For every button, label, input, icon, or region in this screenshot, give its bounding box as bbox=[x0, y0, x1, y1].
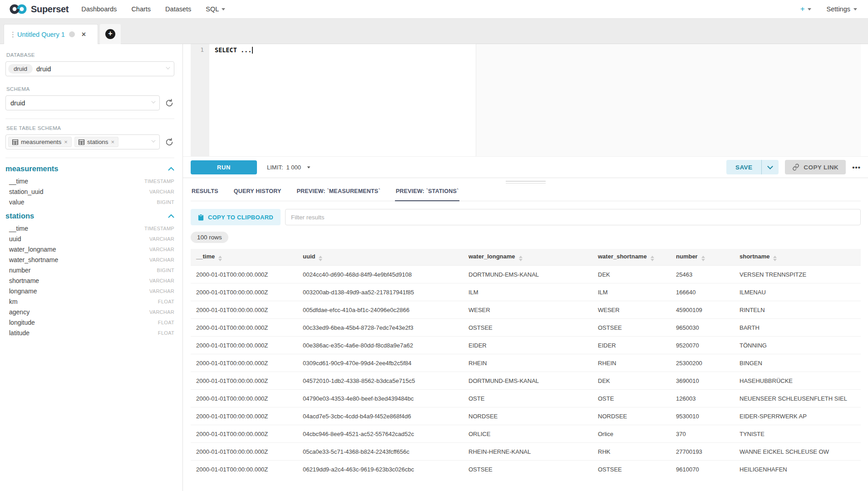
table-row: 2000-01-01T00:00:00.000Z005dfdae-efcc-41… bbox=[191, 301, 861, 319]
column-header[interactable]: water_longname bbox=[463, 249, 592, 266]
column-header-label: number bbox=[676, 253, 698, 260]
table-cell: 00c33ed9-6bea-45b4-8728-7edc7e43e2f3 bbox=[297, 319, 463, 337]
nav-item-sql[interactable]: SQL bbox=[206, 5, 225, 13]
table-cell: 04acd7e5-3cbc-4cdd-b4a9-f452e868f4d6 bbox=[297, 407, 463, 425]
schema-label: SCHEMA bbox=[6, 86, 174, 92]
column-header-label: water_longname bbox=[469, 253, 515, 260]
column-type: VARCHAR bbox=[149, 278, 174, 283]
sql-code-editor[interactable]: 1 SELECT ... bbox=[191, 44, 868, 156]
more-actions-button[interactable]: ••• bbox=[852, 164, 861, 171]
table-chips: measurements × stations × bbox=[8, 137, 121, 147]
table-cell: ILM bbox=[463, 283, 592, 301]
add-tab-button[interactable]: + bbox=[105, 29, 115, 39]
schema-tables: measurements __time TIMESTAMP station_uu… bbox=[5, 164, 174, 338]
nav-menu: Dashboards Charts Datasets SQL bbox=[81, 5, 225, 13]
database-select[interactable]: druid druid bbox=[5, 61, 174, 76]
table-cell: BINGEN bbox=[734, 354, 861, 372]
pane-resize-handle[interactable] bbox=[506, 179, 546, 185]
table-cell: 0024cc40-d690-468d-84f9-4e9bf45d9108 bbox=[297, 266, 463, 283]
save-options-button[interactable] bbox=[761, 160, 779, 174]
table-cell: ILMENAU bbox=[734, 283, 861, 301]
column-type: FLOAT bbox=[158, 320, 174, 325]
print-margin bbox=[476, 44, 861, 156]
query-tab[interactable]: ⋮ Untitled Query 1 × bbox=[4, 24, 98, 44]
column-name: agency bbox=[9, 308, 30, 316]
column-type: VARCHAR bbox=[149, 257, 174, 263]
caret-down-icon bbox=[853, 8, 857, 10]
limit-label: LIMIT: bbox=[267, 164, 283, 171]
copy-to-clipboard-label: COPY TO CLIPBOARD bbox=[208, 214, 273, 221]
schema-column-row: number BIGINT bbox=[5, 265, 174, 275]
new-item-dropdown[interactable]: + bbox=[800, 5, 811, 14]
remove-chip-icon[interactable]: × bbox=[111, 139, 114, 145]
close-tab-icon[interactable]: × bbox=[82, 30, 86, 39]
table-cell: EIDER bbox=[592, 337, 671, 354]
nav-item-charts[interactable]: Charts bbox=[131, 5, 151, 13]
results-tab[interactable]: PREVIEW: `MEASUREMENTS` bbox=[296, 185, 381, 201]
schema-column-row: station_uuid VARCHAR bbox=[5, 186, 174, 197]
new-tab-area: + bbox=[100, 24, 121, 44]
column-header[interactable]: number bbox=[671, 249, 734, 266]
copy-to-clipboard-button[interactable]: COPY TO CLIPBOARD bbox=[191, 209, 281, 225]
table-cell: EIDER-SPERRWERK AP bbox=[734, 407, 861, 425]
table-row: 2000-01-01T00:00:00.000Z04790e03-4353-4e… bbox=[191, 390, 861, 407]
table-schema-select[interactable]: measurements × stations × bbox=[5, 134, 160, 149]
run-button[interactable]: RUN bbox=[191, 160, 257, 174]
drag-dots-icon[interactable]: ⋮ bbox=[10, 31, 13, 38]
nav-sql-label: SQL bbox=[206, 5, 219, 13]
chevron-up-icon[interactable] bbox=[168, 214, 174, 218]
column-name: longname bbox=[9, 288, 37, 295]
caret-down-icon bbox=[808, 8, 811, 10]
results-tab[interactable]: RESULTS bbox=[191, 185, 219, 201]
column-type: TIMESTAMP bbox=[144, 226, 174, 231]
column-header[interactable]: uuid bbox=[297, 249, 463, 266]
refresh-tables-icon[interactable] bbox=[164, 137, 174, 147]
copy-link-button[interactable]: COPY LINK bbox=[785, 160, 846, 174]
table-cell: VERSEN TRENNSPITZE bbox=[734, 266, 861, 283]
superset-logo[interactable]: Superset bbox=[9, 4, 69, 15]
table-row: 2000-01-01T00:00:00.000Z003200ab-d138-49… bbox=[191, 283, 861, 301]
schema-column-row: longitude FLOAT bbox=[5, 317, 174, 327]
schema-select[interactable]: druid bbox=[5, 95, 160, 110]
table-grid-icon bbox=[12, 139, 18, 145]
column-header[interactable]: __time bbox=[191, 249, 297, 266]
chevron-down-icon bbox=[151, 138, 155, 142]
table-cell: 3690010 bbox=[671, 372, 734, 390]
table-cell: NEUENSEER SCHLEUSENFLETH SIEL bbox=[734, 390, 861, 407]
results-pane: RESULTS QUERY HISTORY PREVIEW: `MEASUREM… bbox=[183, 178, 868, 491]
results-body: 2000-01-01T00:00:00.000Z0024cc40-d690-46… bbox=[191, 266, 861, 478]
results-tab[interactable]: PREVIEW: `STATIONS` bbox=[395, 185, 460, 201]
editor-gutter: 1 bbox=[191, 44, 209, 156]
table-chip[interactable]: stations × bbox=[74, 137, 118, 147]
column-header[interactable]: water_shortname bbox=[592, 249, 671, 266]
filter-results-input[interactable] bbox=[285, 209, 861, 225]
schema-column-row: km FLOAT bbox=[5, 296, 174, 307]
table-chip[interactable]: measurements × bbox=[8, 137, 72, 147]
schema-column-list: __time TIMESTAMP uuid VARCHAR water_long… bbox=[5, 223, 174, 338]
table-row: 2000-01-01T00:00:00.000Z00e386ac-e35c-4a… bbox=[191, 337, 861, 354]
table-cell: RINTELN bbox=[734, 301, 861, 319]
column-header[interactable]: shortname bbox=[734, 249, 861, 266]
column-header-label: uuid bbox=[303, 253, 315, 260]
settings-menu[interactable]: Settings bbox=[827, 5, 857, 13]
save-button[interactable]: SAVE bbox=[726, 160, 761, 174]
schema-column-row: water_longname VARCHAR bbox=[5, 244, 174, 254]
table-row: 2000-01-01T00:00:00.000Z04572010-1db2-43… bbox=[191, 372, 861, 390]
table-cell: 2000-01-01T00:00:00.000Z bbox=[191, 425, 297, 443]
table-cell: RHK bbox=[592, 443, 671, 461]
results-tab[interactable]: QUERY HISTORY bbox=[233, 185, 282, 201]
column-name: shortname bbox=[9, 277, 39, 284]
refresh-schema-icon[interactable] bbox=[164, 98, 174, 108]
table-cell: WANNE EICKEL SCHLEUSE OW bbox=[734, 443, 861, 461]
limit-dropdown[interactable]: LIMIT: 1 000 bbox=[267, 164, 311, 171]
remove-chip-icon[interactable]: × bbox=[64, 139, 68, 145]
caret-down-icon bbox=[307, 166, 311, 168]
table-cell: OSTSEE bbox=[592, 319, 671, 337]
table-row: 2000-01-01T00:00:00.000Z00c33ed9-6bea-45… bbox=[191, 319, 861, 337]
column-name: km bbox=[9, 298, 18, 305]
nav-item-dashboards[interactable]: Dashboards bbox=[81, 5, 117, 13]
table-cell: WESER bbox=[592, 301, 671, 319]
chevron-up-icon[interactable] bbox=[168, 167, 174, 171]
nav-item-datasets[interactable]: Datasets bbox=[165, 5, 191, 13]
database-label: DATABASE bbox=[6, 52, 174, 58]
